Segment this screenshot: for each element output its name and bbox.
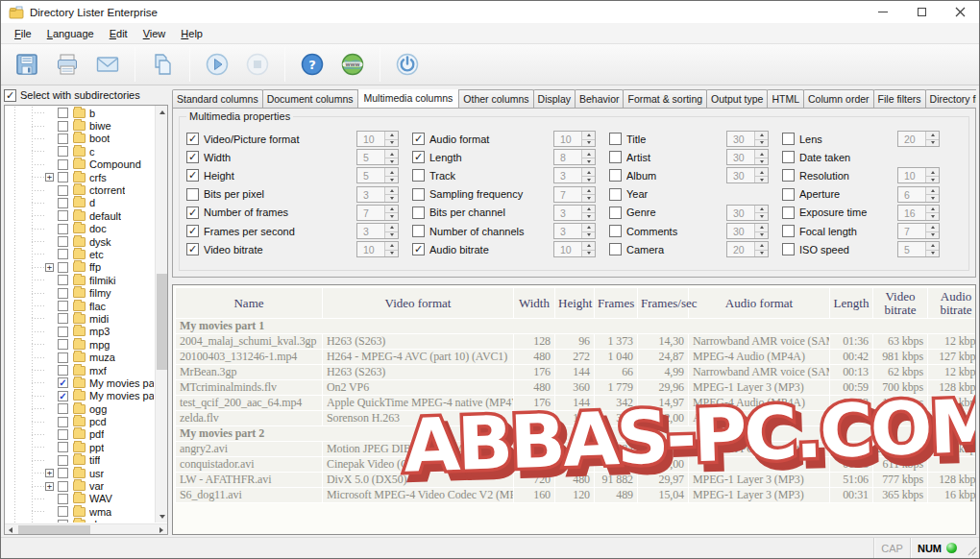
vertical-scroll-thumb[interactable] xyxy=(157,274,167,370)
spin-down-icon[interactable] xyxy=(385,212,398,220)
tree-item-checkbox[interactable] xyxy=(58,210,68,221)
lens-checkbox[interactable] xyxy=(782,133,795,145)
aperture-checkbox[interactable] xyxy=(782,188,795,201)
spin-down-icon[interactable] xyxy=(755,212,768,220)
resolution-width-spinner[interactable]: 10 xyxy=(897,167,940,183)
maximize-button[interactable] xyxy=(902,1,941,23)
column-header-video-bitrate[interactable]: Video bitrate xyxy=(873,288,927,318)
tree-item-checkbox[interactable] xyxy=(58,185,68,196)
tree-item-ogg[interactable]: ogg xyxy=(5,402,154,415)
tree-item-checkbox[interactable] xyxy=(58,339,68,350)
tree-item-checkbox[interactable] xyxy=(58,224,68,234)
tree-item-default[interactable]: default xyxy=(5,209,154,222)
tree-item-usr[interactable]: +usr xyxy=(5,467,154,479)
tree-item-mxf[interactable]: mxf xyxy=(5,364,154,377)
spin-up-icon[interactable] xyxy=(926,206,939,213)
tree-item-checkbox[interactable] xyxy=(58,262,68,273)
artist-checkbox[interactable] xyxy=(609,151,622,163)
tree-item-checkbox[interactable] xyxy=(58,288,68,299)
spin-down-icon[interactable] xyxy=(926,176,939,183)
tree-item-biwe[interactable]: biwe xyxy=(5,119,154,132)
number-of-channels-width-spinner[interactable]: 3 xyxy=(553,223,596,239)
spin-down-icon[interactable] xyxy=(385,194,398,202)
expand-icon[interactable]: + xyxy=(45,469,54,477)
lens-width-spinner[interactable]: 20 xyxy=(897,131,940,147)
sampling-frequency-width-spinner[interactable]: 7 xyxy=(553,186,596,203)
focal-length-checkbox[interactable] xyxy=(782,225,795,237)
spin-up-icon[interactable] xyxy=(385,168,398,176)
comments-checkbox[interactable] xyxy=(609,225,622,237)
spin-down-icon[interactable] xyxy=(582,139,595,147)
tree-item-my-movies-part-1[interactable]: ✓My movies part 1 xyxy=(5,377,154,389)
save-button[interactable] xyxy=(10,47,44,82)
spin-up-icon[interactable] xyxy=(385,224,398,231)
spin-down-icon[interactable] xyxy=(385,250,398,257)
width-checkbox[interactable]: ✓ xyxy=(186,151,199,163)
spin-down-icon[interactable] xyxy=(582,176,595,183)
tree-item-checkbox[interactable] xyxy=(58,455,68,466)
tab-output-type[interactable]: Output type xyxy=(706,89,768,108)
tab-document-columns[interactable]: Document columns xyxy=(262,89,358,108)
bits-per-pixel-checkbox[interactable] xyxy=(186,188,199,201)
scroll-left-icon[interactable] xyxy=(5,524,16,535)
tree-item-checkbox[interactable] xyxy=(58,429,68,440)
spin-up-icon[interactable] xyxy=(755,242,768,250)
audio-format-checkbox[interactable]: ✓ xyxy=(412,133,425,145)
tab-other-columns[interactable]: Other columns xyxy=(458,89,533,108)
spin-up-icon[interactable] xyxy=(926,242,939,250)
tree-item-checkbox[interactable] xyxy=(58,198,68,208)
spin-down-icon[interactable] xyxy=(582,194,595,202)
tree-horizontal-scrollbar[interactable] xyxy=(5,523,167,534)
spin-up-icon[interactable] xyxy=(385,150,398,158)
select-with-subdirectories[interactable]: ✓ Select with subdirectories xyxy=(4,87,168,103)
spin-down-icon[interactable] xyxy=(385,139,398,147)
tree-item-filmy[interactable]: filmy xyxy=(5,286,154,299)
tree-item-etc[interactable]: etc xyxy=(5,248,154,260)
spin-up-icon[interactable] xyxy=(582,187,595,195)
tree-item-checkbox[interactable] xyxy=(58,403,68,414)
tree-item-checkbox[interactable] xyxy=(58,506,68,517)
column-header-height[interactable]: Height xyxy=(555,288,594,318)
genre-width-spinner[interactable]: 30 xyxy=(726,205,769,221)
tree-item-checkbox[interactable] xyxy=(58,520,68,523)
tree-item-c[interactable]: c xyxy=(5,145,154,158)
tree-item-checkbox[interactable] xyxy=(58,468,68,478)
bits-per-pixel-width-spinner[interactable]: 3 xyxy=(356,186,399,203)
spin-down-icon[interactable] xyxy=(755,231,768,239)
camera-checkbox[interactable] xyxy=(609,243,622,255)
tree-item-compound[interactable]: Compound xyxy=(5,158,154,171)
tree-item-checkbox[interactable] xyxy=(58,301,68,311)
tree-item-checkbox[interactable] xyxy=(58,442,68,452)
aperture-width-spinner[interactable]: 6 xyxy=(897,186,940,203)
tree-item-checkbox[interactable] xyxy=(58,494,68,504)
menu-view[interactable]: View xyxy=(135,25,174,42)
minimize-button[interactable] xyxy=(864,1,902,23)
horizontal-scroll-thumb[interactable] xyxy=(18,525,90,534)
length-checkbox[interactable]: ✓ xyxy=(412,151,425,163)
spin-up-icon[interactable] xyxy=(385,187,398,195)
camera-width-spinner[interactable]: 20 xyxy=(726,241,769,257)
year-checkbox[interactable] xyxy=(609,188,622,201)
resize-grip[interactable] xyxy=(964,538,979,558)
tree-item-mp3[interactable]: mp3 xyxy=(5,326,154,338)
spin-up-icon[interactable] xyxy=(582,150,595,158)
spin-up-icon[interactable] xyxy=(582,206,595,213)
column-header-frames[interactable]: Frames xyxy=(595,288,637,318)
tree-item-checkbox[interactable] xyxy=(58,249,68,259)
exposure-time-width-spinner[interactable]: 16 xyxy=(897,205,940,221)
column-header-video-format[interactable]: Video format xyxy=(323,288,513,318)
scroll-up-icon[interactable] xyxy=(156,106,168,118)
tab-column-order[interactable]: Column order xyxy=(803,89,874,108)
spin-down-icon[interactable] xyxy=(755,250,768,257)
spin-up-icon[interactable] xyxy=(926,132,939,139)
number-of-channels-checkbox[interactable] xyxy=(412,225,425,237)
height-width-spinner[interactable]: 5 xyxy=(356,167,399,183)
tree-item-ppt[interactable]: ppt xyxy=(5,441,154,453)
copy-button[interactable] xyxy=(145,47,180,82)
title-checkbox[interactable] xyxy=(609,133,622,145)
tree-item-pcd[interactable]: pcd xyxy=(5,415,154,427)
expand-icon[interactable]: + xyxy=(45,173,54,182)
spin-up-icon[interactable] xyxy=(385,132,398,139)
tab-display[interactable]: Display xyxy=(533,89,576,108)
tree-item-boot[interactable]: boot xyxy=(5,133,154,145)
